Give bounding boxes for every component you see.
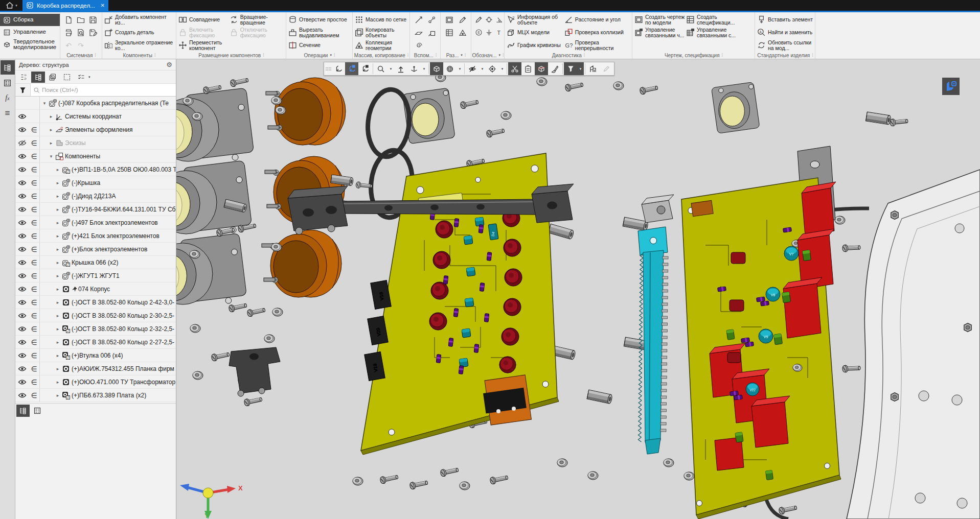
simple-hole-button[interactable]: Отверстие простое [288, 13, 351, 26]
group-grip[interactable]: ⁞ [503, 53, 504, 58]
home-button[interactable]: ▾ [0, 0, 22, 11]
menu-icon[interactable]: ≡ [1, 106, 15, 121]
eye-icon[interactable] [15, 339, 29, 345]
tree-row[interactable]: ∈▸074 Корпус [15, 282, 176, 296]
manage-linked-specs-button[interactable]: Управление связанными с... [686, 26, 753, 39]
orientation-button[interactable] [407, 62, 421, 75]
tree-panel-toggle[interactable] [1, 60, 15, 75]
view-iso-button[interactable] [332, 62, 345, 75]
connector-left-3[interactable] [176, 233, 246, 305]
save-button[interactable] [88, 14, 99, 25]
connector-back[interactable] [712, 82, 760, 134]
group-grip[interactable]: ⁞ [334, 53, 335, 58]
tree-filter-list-button[interactable] [74, 72, 88, 83]
group-grip[interactable]: ⁞ [722, 53, 723, 58]
chevron-collapsed-icon[interactable]: ▸ [55, 380, 60, 385]
structure-display-button[interactable] [586, 62, 600, 75]
group-grip[interactable]: ⁞ [263, 53, 264, 58]
tree-row[interactable]: ∈▸Элементы оформления [15, 123, 176, 136]
tab-tree-structure[interactable] [16, 405, 30, 417]
eye-icon[interactable] [15, 313, 29, 319]
tree-view-structure-button[interactable] [31, 72, 45, 83]
toolbar-grip[interactable] [325, 65, 332, 73]
continuity-check-button[interactable]: Проверка непрерывности [564, 39, 630, 52]
preview-button[interactable] [76, 27, 86, 38]
enable-fix-button[interactable]: Включить фиксацию [178, 26, 230, 39]
redo-button[interactable]: ↷ [76, 40, 86, 51]
aux-connection-point-button[interactable] [427, 14, 438, 25]
wireframe-display-button[interactable] [443, 62, 457, 75]
annot-e-button[interactable] [473, 27, 484, 38]
group-grip[interactable]: ⁞ [584, 53, 585, 58]
geometry-collection-button[interactable]: Коллекция геометрии [355, 39, 408, 52]
insert-element-button[interactable]: Вставить элемент [757, 13, 813, 26]
find-replace-button[interactable]: Найти и заменить [757, 26, 813, 39]
chevron-collapsed-icon[interactable]: ▸ [49, 114, 54, 119]
eye-icon[interactable] [15, 352, 29, 359]
pcb-board-2[interactable]: V7 V8 V9 V22 [681, 178, 841, 519]
tree-row[interactable]: ∈▸2(-)ОСТ В 38.052-80 Кольцо 2-32-2,5- [15, 322, 176, 336]
filter-funnel-icon[interactable] [15, 84, 31, 96]
group-grip[interactable]: ⁞ [436, 53, 437, 58]
collision-check-button[interactable]: Проверка коллизий [564, 26, 630, 39]
clipboard-button[interactable] [521, 62, 535, 75]
group-grip[interactable]: ⁞ [95, 53, 96, 58]
search-input[interactable] [40, 87, 176, 93]
eye-icon[interactable] [15, 153, 29, 159]
chevron-collapsed-icon[interactable]: ▸ [55, 340, 60, 345]
new-document-button[interactable] [63, 14, 74, 25]
zoom-button[interactable] [374, 62, 388, 75]
tree-row[interactable]: ∈▸(+)АЮИЖ.754312.455 Планка фирм [15, 362, 176, 375]
tree-row[interactable]: ∈▸2(+)ВП1-1В-5,0А 250В ОЮ0.480.003 ТУ [15, 163, 176, 176]
undo-button[interactable]: ↶ [63, 40, 74, 51]
group-dropdown-icon[interactable]: ▾ [330, 53, 332, 57]
object-info-button[interactable]: Информация об объекте [507, 13, 564, 26]
gear-icon[interactable]: ⚙ [166, 61, 172, 68]
view-iso-xyz-button[interactable] [345, 62, 358, 75]
group-grip[interactable]: ⁞ [812, 53, 813, 58]
annot-target-button[interactable] [484, 14, 494, 25]
tree-row[interactable]: ▸Системы координат [15, 110, 176, 123]
distance-angle-button[interactable]: Расстояние и угол [564, 13, 630, 26]
tree-row[interactable]: ∈▸(+)Блок электроэлементов [15, 243, 176, 256]
tab-tree-list[interactable] [31, 405, 44, 417]
annot-text-button[interactable] [494, 27, 505, 38]
chevron-collapsed-icon[interactable]: ▸ [55, 287, 60, 292]
display-dropdown-icon[interactable]: ▾ [457, 62, 463, 75]
eye-icon[interactable] [15, 206, 29, 213]
grid-array-button[interactable]: Массив по сетке [355, 13, 408, 26]
chevron-collapsed-icon[interactable]: ▸ [49, 140, 54, 146]
eye-off-icon[interactable] [15, 139, 29, 147]
tree-row[interactable]: ∈▸(-)ОСТ В 38.052-80 Кольцо 2-30-2,5- [15, 309, 176, 322]
tree-row[interactable]: ∈▸(-)ЖГУТ1 ЖГУТ1 [15, 269, 176, 282]
chevron-collapsed-icon[interactable]: ▸ [55, 167, 60, 172]
eye-icon[interactable] [15, 286, 29, 292]
tree-selection-button[interactable] [60, 72, 74, 83]
shaded-display-button[interactable] [430, 62, 443, 75]
appearance-button[interactable] [548, 62, 561, 75]
eye-icon[interactable] [15, 246, 29, 252]
document-tab[interactable]: Коробка распредел... ✕ [22, 0, 108, 11]
chevron-collapsed-icon[interactable]: ▸ [55, 353, 60, 358]
target-select-button[interactable] [486, 62, 499, 75]
tree-row[interactable]: ∈▸(-)Диод 2Д213А [15, 190, 176, 203]
filter-dropdown-icon[interactable]: ▾ [577, 62, 584, 75]
view-iso-alt-button[interactable] [358, 62, 372, 75]
eye-icon[interactable] [15, 366, 29, 372]
eye-icon[interactable] [15, 233, 29, 239]
rotate-rotate-button[interactable]: Вращение-вращение [230, 13, 284, 26]
mode-management[interactable]: Управление [0, 26, 60, 38]
assembly-mode-indicator[interactable] [942, 78, 960, 95]
cut-extrude-button[interactable]: Вырезать выдавливанием [288, 26, 351, 39]
layout-grid-button[interactable] [444, 27, 455, 38]
viewport-3d[interactable]: V7 V8 V9 V22 [176, 59, 980, 519]
eye-icon[interactable] [15, 273, 29, 279]
create-spec-button[interactable]: Создать спецификаци... [686, 13, 753, 26]
edit-sketch-button[interactable] [600, 62, 613, 75]
copy-objects-button[interactable]: Копировать объекты [355, 26, 408, 39]
orientation-dropdown-icon[interactable]: ▾ [421, 62, 427, 75]
mate-coincident-button[interactable]: Совпадение [178, 13, 230, 26]
tree-row[interactable]: ∈▸(-)497 Блок электроэлементов [15, 216, 176, 229]
clip-objects-button[interactable] [508, 62, 521, 75]
tree-row[interactable]: ∈▸(+)421 Блок электроэлементов [15, 229, 176, 243]
